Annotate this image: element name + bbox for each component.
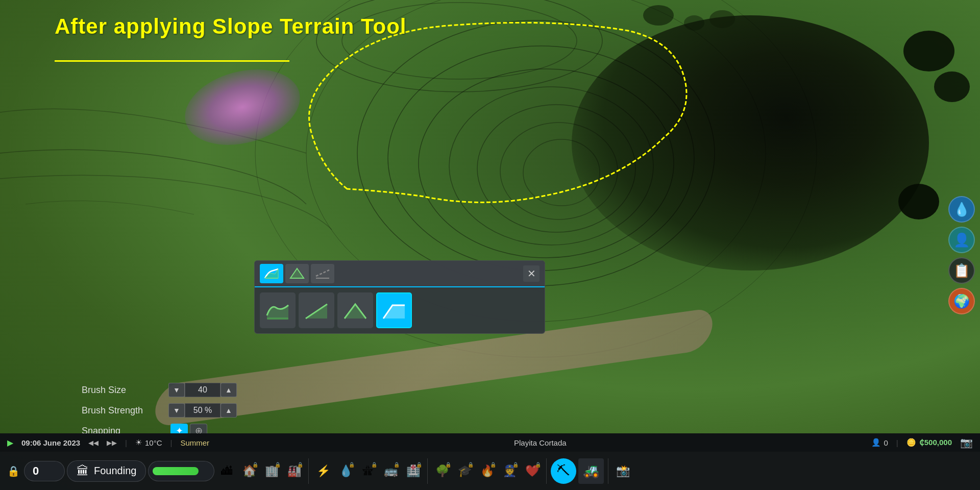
- era-display: 🏛 Founding: [67, 460, 146, 482]
- industrial-icon[interactable]: 🏭🔒: [284, 461, 304, 481]
- earth-icon[interactable]: 🌍: [948, 288, 975, 314]
- terrain-tool-smooth[interactable]: [260, 292, 296, 328]
- electricity-icon[interactable]: ⚡: [313, 461, 333, 481]
- svg-rect-14: [267, 317, 288, 320]
- notes-icon[interactable]: 📋: [948, 257, 975, 284]
- terrain-tab-slope[interactable]: [260, 264, 283, 283]
- parks-icon[interactable]: 🌳🔒: [432, 461, 452, 481]
- brush-strength-row: Brush Strength ▼ 50 % ▲: [82, 403, 250, 418]
- separator-1: [308, 458, 309, 484]
- terrain-panel-header: ✕: [255, 261, 545, 287]
- bulldozer-button[interactable]: 🚜: [578, 458, 604, 484]
- terrain-tool-button[interactable]: ⛏: [551, 458, 576, 484]
- terrain-tools-row: [255, 287, 545, 333]
- brush-strength-value: 50 %: [185, 403, 220, 418]
- residential-icon[interactable]: 🏠🔒: [239, 461, 259, 481]
- brush-strength-label: Brush Strength: [82, 405, 168, 416]
- tree-cluster-2: [684, 15, 704, 31]
- tree-cluster-4: [898, 184, 939, 219]
- commercial-icon[interactable]: 🏢🔒: [261, 461, 282, 481]
- brush-size-down[interactable]: ▼: [168, 383, 185, 397]
- population-display: 👤 0: [871, 438, 888, 447]
- speed-back-button[interactable]: ◀◀: [88, 439, 99, 447]
- tree-cluster-1: [643, 5, 674, 26]
- services-icon[interactable]: 🏥🔒: [403, 461, 423, 481]
- brush-strength-up[interactable]: ▲: [220, 403, 237, 418]
- progress-bar: [148, 461, 214, 481]
- population-count: 0: [884, 438, 888, 447]
- money-status-icon: 🪙: [906, 438, 916, 447]
- season-display: Summer: [180, 438, 209, 447]
- money-display: 0: [24, 461, 65, 481]
- terrain-tab-raise[interactable]: [285, 264, 309, 283]
- svg-marker-16: [345, 304, 366, 318]
- terrain-panel-close[interactable]: ✕: [523, 265, 540, 282]
- education-icon[interactable]: 🎓🔒: [454, 461, 475, 481]
- era-name: Founding: [94, 465, 136, 477]
- statusbar: ▶ 09:06 June 2023 ◀◀ ▶▶ | ☀ 10°C | Summe…: [0, 433, 980, 452]
- brush-strength-down[interactable]: ▼: [168, 403, 185, 418]
- taskbar: 🔒 0 🏛 Founding 🏙 🏠🔒 🏢🔒 🏭🔒 ⚡ 💧🔒 🛣🔒 🚌🔒 🏥🔒: [0, 452, 980, 490]
- era-icon: 🏛: [77, 464, 89, 478]
- right-panel-icons: 💧 👤 📋 🌍: [948, 196, 975, 314]
- terrain-tool-slope1[interactable]: [299, 292, 334, 328]
- brush-size-up[interactable]: ▲: [220, 383, 237, 397]
- svg-marker-17: [383, 305, 405, 318]
- fire-icon[interactable]: 🔥🔒: [477, 461, 497, 481]
- water-icon[interactable]: 💧: [948, 196, 975, 223]
- tree-cluster-5: [903, 31, 954, 71]
- separator-2: [427, 458, 428, 484]
- police-icon[interactable]: 👮🔒: [499, 461, 520, 481]
- terrain-tool-slope3[interactable]: [376, 292, 412, 328]
- money-value: 0: [33, 464, 39, 478]
- city-name-display: Playita Cortada: [217, 438, 863, 447]
- terrain-tool-slope2[interactable]: [337, 292, 373, 328]
- annotation-underline: [55, 60, 289, 62]
- citizen-icon[interactable]: 👤: [948, 227, 975, 253]
- annotation-title: After applying Slope Terrain Tool: [55, 14, 407, 39]
- speed-forward-button[interactable]: ▶▶: [107, 439, 117, 447]
- sun-icon: ☀: [135, 438, 142, 447]
- selection-outline: [296, 15, 694, 204]
- weather-display: ☀ 10°C: [135, 438, 162, 447]
- separator-4: [608, 458, 608, 484]
- population-icon: 👤: [871, 438, 881, 447]
- play-button[interactable]: ▶: [7, 438, 13, 448]
- money-status-display: 🪙 ₵500,000: [906, 438, 952, 447]
- time-display: 09:06 June 2023: [21, 438, 80, 447]
- progress-bar-fill: [153, 467, 199, 475]
- screenshot-button[interactable]: 📷: [960, 436, 973, 449]
- transit-icon[interactable]: 🚌🔒: [380, 461, 401, 481]
- taskbar-lock-icon: 🔒: [5, 465, 22, 477]
- roads-icon[interactable]: 🛣🔒: [358, 461, 378, 481]
- brush-size-row: Brush Size ▼ 40 ▲: [82, 383, 250, 397]
- svg-marker-13: [290, 268, 304, 278]
- terrain-tool-panel: ✕: [254, 260, 545, 334]
- status-right-area: 📷: [960, 436, 973, 449]
- zones-icon[interactable]: 🏙: [216, 461, 237, 481]
- brush-size-label: Brush Size: [82, 385, 168, 396]
- camera-icon[interactable]: 📸: [612, 461, 633, 481]
- brush-size-value: 40: [185, 383, 220, 397]
- tree-cluster-6: [934, 71, 970, 102]
- terrain-tab-flatten[interactable]: [311, 264, 334, 283]
- brush-indicator: [177, 58, 308, 157]
- separator-3: [546, 458, 547, 484]
- money-status-value: ₵500,000: [919, 438, 952, 447]
- temperature-display: 10°C: [145, 438, 162, 447]
- water-pipe-icon[interactable]: 💧🔒: [335, 461, 356, 481]
- tree-cluster-3: [709, 10, 735, 28]
- health-icon[interactable]: ❤️🔒: [522, 461, 542, 481]
